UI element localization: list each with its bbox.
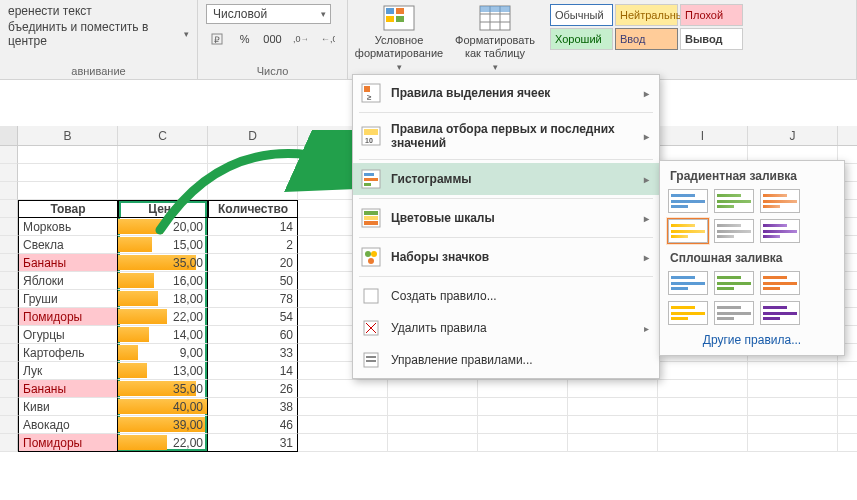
cell-product[interactable]: Груши: [18, 290, 118, 308]
menu-clear-rules[interactable]: Удалить правила ▸: [353, 312, 659, 344]
number-format-combo[interactable]: Числовой ▾: [206, 4, 331, 24]
cell-qty[interactable]: 38: [208, 398, 298, 416]
alignment-group: еренести текст бъединить и поместить в ц…: [0, 0, 198, 79]
menu-color-scales[interactable]: Цветовые шкалы ▸: [353, 202, 659, 234]
cell-qty[interactable]: 2: [208, 236, 298, 254]
column-header[interactable]: J: [748, 126, 838, 145]
cell-price[interactable]: 9,00: [118, 344, 208, 362]
increase-decimal-button[interactable]: ,0→: [289, 28, 311, 50]
svg-rect-26: [364, 211, 378, 215]
cell-qty[interactable]: 33: [208, 344, 298, 362]
ribbon: еренести текст бъединить и поместить в ц…: [0, 0, 857, 80]
column-header[interactable]: I: [658, 126, 748, 145]
cell-price[interactable]: 18,00: [118, 290, 208, 308]
cell-price[interactable]: 20,00: [118, 218, 208, 236]
cell-price[interactable]: 15,00: [118, 236, 208, 254]
cell-product[interactable]: Картофель: [18, 344, 118, 362]
cell-price[interactable]: 22,00: [118, 308, 208, 326]
cell-qty[interactable]: 14: [208, 218, 298, 236]
style-input[interactable]: Ввод: [615, 28, 678, 50]
cell-price[interactable]: 40,00: [118, 398, 208, 416]
style-output[interactable]: Вывод: [680, 28, 743, 50]
gradient-bar-swatch[interactable]: [760, 219, 800, 243]
style-good[interactable]: Хороший: [550, 28, 613, 50]
cell-styles-gallery[interactable]: Обычный Нейтральный Плохой Хороший Ввод …: [550, 4, 743, 50]
style-neutral[interactable]: Нейтральный: [615, 4, 678, 26]
cell-price[interactable]: 16,00: [118, 272, 208, 290]
cell-product[interactable]: Авокадо: [18, 416, 118, 434]
cell-price[interactable]: 35,00: [118, 254, 208, 272]
cell-product[interactable]: Киви: [18, 398, 118, 416]
cell-product[interactable]: Свекла: [18, 236, 118, 254]
svg-text:10: 10: [365, 137, 373, 144]
solid-swatch-grid: [668, 271, 836, 325]
column-header[interactable]: D: [208, 126, 298, 145]
cell-qty[interactable]: 54: [208, 308, 298, 326]
gradient-fill-heading: Градиентная заливка: [670, 169, 836, 183]
cell-qty[interactable]: 60: [208, 326, 298, 344]
svg-rect-5: [386, 8, 394, 14]
cell-price[interactable]: 22,00: [118, 434, 208, 452]
chevron-right-icon: ▸: [644, 131, 649, 142]
solid-bar-swatch[interactable]: [714, 301, 754, 325]
wrap-text-button[interactable]: еренести текст: [8, 4, 189, 18]
style-normal[interactable]: Обычный: [550, 4, 613, 26]
cell-product[interactable]: Яблоки: [18, 272, 118, 290]
gradient-bar-swatch[interactable]: [668, 219, 708, 243]
cell-product[interactable]: Помидоры: [18, 308, 118, 326]
header-price[interactable]: Цена: [118, 200, 208, 218]
header-qty[interactable]: Количество: [208, 200, 298, 218]
cell-price[interactable]: 39,00: [118, 416, 208, 434]
svg-rect-23: [364, 178, 378, 181]
gradient-bar-swatch[interactable]: [714, 219, 754, 243]
solid-bar-swatch[interactable]: [668, 271, 708, 295]
menu-manage-rules[interactable]: Управление правилами...: [353, 344, 659, 376]
cell-price[interactable]: 14,00: [118, 326, 208, 344]
gradient-bar-swatch[interactable]: [668, 189, 708, 213]
column-header[interactable]: C: [118, 126, 208, 145]
menu-new-rule[interactable]: Создать правило...: [353, 280, 659, 312]
cell-qty[interactable]: 14: [208, 362, 298, 380]
column-header[interactable]: K: [838, 126, 857, 145]
merge-center-button[interactable]: бъединить и поместить в центре ▾: [8, 20, 189, 48]
percent-button[interactable]: %: [234, 28, 256, 50]
conditional-formatting-button[interactable]: Условное форматирование▾: [354, 4, 444, 73]
chevron-down-icon: ▾: [493, 62, 498, 73]
gradient-bar-swatch[interactable]: [760, 189, 800, 213]
format-as-table-button[interactable]: Форматировать как таблицу▾: [450, 4, 540, 73]
other-rules-link[interactable]: Другие правила...: [668, 333, 836, 347]
accounting-format-button[interactable]: ₽: [206, 28, 228, 50]
cell-qty[interactable]: 50: [208, 272, 298, 290]
decrease-decimal-button[interactable]: ←,0: [317, 28, 339, 50]
header-product[interactable]: Товар: [18, 200, 118, 218]
cell-qty[interactable]: 20: [208, 254, 298, 272]
solid-bar-swatch[interactable]: [760, 301, 800, 325]
cell-product[interactable]: Огурцы: [18, 326, 118, 344]
alignment-group-label: авнивание: [8, 65, 189, 77]
gradient-bar-swatch[interactable]: [714, 189, 754, 213]
cell-product[interactable]: Морковь: [18, 218, 118, 236]
solid-bar-swatch[interactable]: [668, 301, 708, 325]
cell-qty[interactable]: 31: [208, 434, 298, 452]
menu-top-bottom-rules[interactable]: 10 Правила отбора первых и последних зна…: [353, 116, 659, 156]
solid-bar-swatch[interactable]: [714, 271, 754, 295]
style-bad[interactable]: Плохой: [680, 4, 743, 26]
column-header[interactable]: [0, 126, 18, 145]
chevron-right-icon: ▸: [644, 174, 649, 185]
cell-price[interactable]: 13,00: [118, 362, 208, 380]
column-header[interactable]: B: [18, 126, 118, 145]
cell-qty[interactable]: 78: [208, 290, 298, 308]
cell-product[interactable]: Бананы: [18, 380, 118, 398]
cell-qty[interactable]: 26: [208, 380, 298, 398]
solid-bar-swatch[interactable]: [760, 271, 800, 295]
cell-price[interactable]: 35,00: [118, 380, 208, 398]
cell-qty[interactable]: 46: [208, 416, 298, 434]
cell-product[interactable]: Бананы: [18, 254, 118, 272]
cell-product[interactable]: Помидоры: [18, 434, 118, 452]
chevron-right-icon: ▸: [644, 213, 649, 224]
cell-product[interactable]: Лук: [18, 362, 118, 380]
menu-highlight-rules[interactable]: ≥ Правила выделения ячеек ▸: [353, 77, 659, 109]
menu-icon-sets[interactable]: Наборы значков ▸: [353, 241, 659, 273]
comma-button[interactable]: 000: [262, 28, 284, 50]
menu-data-bars[interactable]: Гистограммы ▸: [353, 163, 659, 195]
